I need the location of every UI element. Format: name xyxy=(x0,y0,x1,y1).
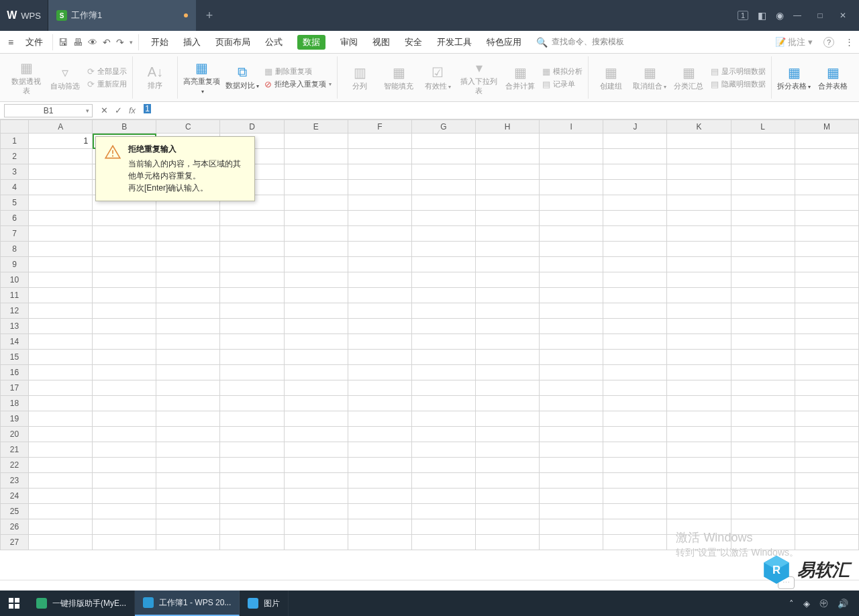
tab-start[interactable]: 开始 xyxy=(151,36,168,48)
data-compare-button[interactable]: ⧉ 数据对比▾ xyxy=(225,56,259,99)
cell[interactable] xyxy=(29,303,93,319)
cell[interactable] xyxy=(93,242,156,257)
cell[interactable] xyxy=(795,442,858,458)
cell[interactable] xyxy=(540,535,603,550)
taskbar-item-2[interactable]: 图片 xyxy=(240,591,289,616)
cell[interactable] xyxy=(220,257,284,272)
cell[interactable] xyxy=(348,519,411,535)
cell[interactable] xyxy=(348,350,411,365)
cell[interactable] xyxy=(411,427,475,442)
cell[interactable] xyxy=(284,365,348,380)
cell[interactable] xyxy=(348,319,411,334)
cell[interactable] xyxy=(348,473,411,489)
cell[interactable] xyxy=(284,396,348,411)
row-header[interactable]: 10 xyxy=(1,272,29,288)
cell[interactable] xyxy=(540,164,603,180)
cell[interactable] xyxy=(156,350,220,365)
cell[interactable] xyxy=(220,473,284,489)
cell[interactable] xyxy=(667,504,731,519)
cell[interactable] xyxy=(667,427,731,442)
cell[interactable] xyxy=(795,334,858,350)
cell[interactable] xyxy=(284,334,348,350)
cell[interactable] xyxy=(411,442,475,458)
cell[interactable] xyxy=(540,226,603,242)
cell[interactable] xyxy=(220,519,284,535)
name-box-dropdown-icon[interactable]: ▾ xyxy=(86,107,89,114)
cell[interactable] xyxy=(411,288,475,303)
cell[interactable] xyxy=(540,257,603,272)
cell[interactable] xyxy=(795,519,858,535)
cell[interactable] xyxy=(795,396,858,411)
comment-button[interactable]: 📝 批注 ▾ xyxy=(775,36,813,48)
cell[interactable] xyxy=(667,134,731,149)
file-menu[interactable]: 文件 xyxy=(19,36,50,48)
column-header[interactable]: A xyxy=(29,120,93,134)
cell[interactable] xyxy=(156,380,220,396)
cell[interactable] xyxy=(220,504,284,519)
cell[interactable] xyxy=(284,380,348,396)
cell[interactable] xyxy=(93,257,156,272)
cell[interactable] xyxy=(795,257,858,272)
cell[interactable] xyxy=(284,211,348,226)
row-header[interactable]: 7 xyxy=(1,226,29,242)
cell[interactable] xyxy=(284,458,348,473)
cell[interactable] xyxy=(156,411,220,427)
cell[interactable] xyxy=(603,473,667,489)
cell[interactable] xyxy=(795,211,858,226)
row-header[interactable]: 23 xyxy=(1,473,29,489)
cell[interactable] xyxy=(29,396,93,411)
cell[interactable] xyxy=(476,380,540,396)
cell[interactable] xyxy=(476,334,540,350)
cell[interactable] xyxy=(667,380,731,396)
cell[interactable] xyxy=(284,442,348,458)
cell[interactable] xyxy=(476,195,540,211)
cell[interactable] xyxy=(476,257,540,272)
column-header[interactable]: K xyxy=(667,120,731,134)
cell[interactable] xyxy=(284,519,348,535)
cell[interactable] xyxy=(220,442,284,458)
cell[interactable] xyxy=(29,473,93,489)
cell[interactable] xyxy=(476,149,540,164)
validity-button[interactable]: ☑有效性▾ xyxy=(421,56,454,99)
quick-access-dropdown-icon[interactable]: ▾ xyxy=(130,39,133,46)
cell[interactable] xyxy=(93,489,156,504)
cell[interactable] xyxy=(411,180,475,195)
row-header[interactable]: 17 xyxy=(1,380,29,396)
ungroup-button[interactable]: ▦取消组合▾ xyxy=(633,56,666,99)
cell[interactable] xyxy=(29,442,93,458)
cell[interactable] xyxy=(220,458,284,473)
cell[interactable] xyxy=(476,458,540,473)
minimize-button[interactable]: — xyxy=(793,11,801,20)
column-header[interactable]: H xyxy=(476,120,540,134)
cell[interactable] xyxy=(284,411,348,427)
cell[interactable] xyxy=(284,195,348,211)
cell[interactable] xyxy=(156,334,220,350)
cell[interactable] xyxy=(93,334,156,350)
cell[interactable] xyxy=(220,411,284,427)
cell[interactable] xyxy=(156,288,220,303)
cell[interactable] xyxy=(476,427,540,442)
cell[interactable] xyxy=(731,303,795,319)
cell[interactable] xyxy=(220,303,284,319)
cell[interactable] xyxy=(284,149,348,164)
cell[interactable] xyxy=(603,211,667,226)
cell[interactable] xyxy=(540,134,603,149)
show-detail-button[interactable]: ▤显示明细数据 xyxy=(711,66,766,76)
cell[interactable] xyxy=(667,319,731,334)
cell[interactable] xyxy=(476,319,540,334)
cell[interactable] xyxy=(540,519,603,535)
cell[interactable] xyxy=(29,411,93,427)
cell[interactable] xyxy=(284,535,348,550)
cell[interactable] xyxy=(284,134,348,149)
tab-data[interactable]: 数据 xyxy=(297,35,325,50)
cell[interactable] xyxy=(220,272,284,288)
cell[interactable] xyxy=(603,288,667,303)
highlight-dup-button[interactable]: ▦ 高亮重复项▾ xyxy=(183,56,220,99)
cell[interactable] xyxy=(603,442,667,458)
badge-count[interactable]: 1 xyxy=(738,11,748,20)
cell[interactable] xyxy=(795,458,858,473)
cell[interactable] xyxy=(348,411,411,427)
close-button[interactable]: ✕ xyxy=(839,11,847,20)
cell[interactable] xyxy=(540,334,603,350)
row-header[interactable]: 14 xyxy=(1,334,29,350)
